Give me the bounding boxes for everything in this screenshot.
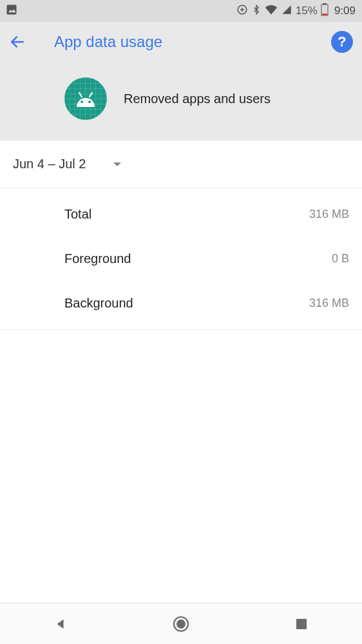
data-saver-icon	[236, 4, 248, 19]
stats-block: Total 316 MB Foreground 0 B Background 3…	[0, 188, 362, 330]
svg-point-9	[81, 101, 83, 103]
stat-foreground-label: Foreground	[64, 251, 131, 266]
stat-total-value: 316 MB	[309, 208, 349, 221]
help-icon: ?	[338, 34, 346, 50]
app-name: Removed apps and users	[124, 92, 271, 106]
status-bar: 15% 9:09	[0, 0, 362, 22]
stat-total-row: Total 316 MB	[0, 192, 362, 237]
header-area: App data usage ? Removed apps and users	[0, 22, 362, 141]
battery-percent: 15%	[296, 5, 318, 17]
date-range-selector[interactable]: Jun 4 – Jul 2	[0, 141, 362, 188]
date-range-label: Jun 4 – Jul 2	[13, 157, 86, 171]
stat-total-label: Total	[64, 207, 91, 222]
triangle-back-icon	[53, 617, 68, 631]
svg-rect-7	[322, 14, 327, 15]
help-button[interactable]: ?	[331, 31, 353, 53]
svg-line-11	[79, 93, 82, 97]
clock: 9:09	[334, 5, 356, 17]
bluetooth-icon	[251, 4, 262, 19]
nav-recent-button[interactable]	[276, 618, 327, 630]
status-left	[5, 3, 18, 19]
svg-rect-15	[296, 619, 307, 629]
nav-back-button[interactable]	[35, 617, 86, 631]
dropdown-icon	[113, 157, 122, 171]
svg-rect-0	[7, 5, 17, 14]
page-title: App data usage	[40, 33, 331, 51]
stat-foreground-row: Foreground 0 B	[0, 237, 362, 281]
nav-home-button[interactable]	[155, 615, 207, 633]
arrow-back-icon	[9, 34, 26, 50]
circle-home-icon	[172, 615, 190, 633]
stat-background-label: Background	[64, 296, 133, 311]
stat-background-value: 316 MB	[309, 297, 349, 310]
android-app-icon	[64, 77, 107, 120]
navigation-bar	[0, 603, 362, 644]
svg-point-14	[176, 620, 186, 629]
app-bar: App data usage ?	[0, 22, 362, 62]
square-recent-icon	[295, 618, 308, 630]
wifi-icon	[265, 5, 278, 18]
blank-space	[0, 467, 362, 603]
stat-foreground-value: 0 B	[332, 252, 349, 266]
battery-icon	[321, 3, 329, 19]
picture-icon	[5, 3, 18, 19]
svg-point-10	[88, 101, 91, 103]
back-button[interactable]	[9, 34, 40, 50]
stat-background-row: Background 316 MB	[0, 281, 362, 326]
cell-signal-icon	[281, 5, 292, 18]
status-right: 15% 9:09	[236, 3, 356, 19]
content-area: Jun 4 – Jul 2 Total 316 MB Foreground 0 …	[0, 141, 362, 467]
app-info: Removed apps and users	[0, 62, 362, 141]
svg-line-12	[90, 93, 92, 97]
